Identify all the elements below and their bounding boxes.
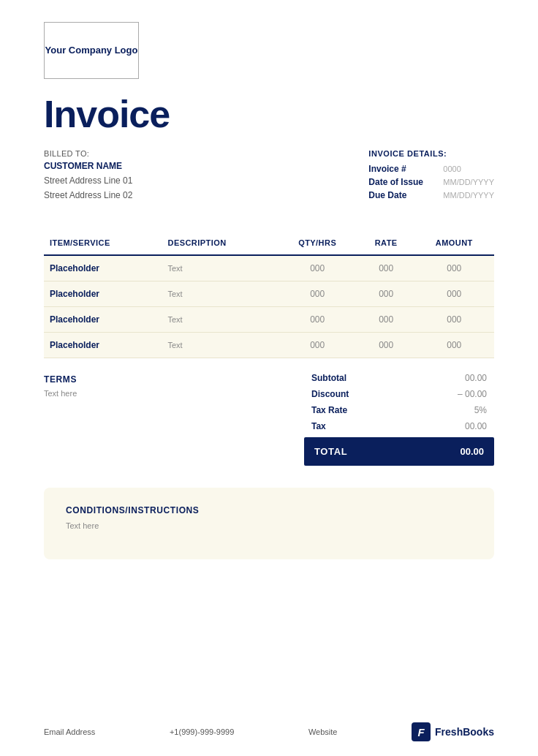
taxrate-value: 5% — [443, 405, 487, 415]
footer-website: Website — [308, 727, 338, 736]
address-line1: Street Address Line 01 — [44, 173, 132, 188]
conditions-label: CONDITIONS/INSTRUCTIONS — [66, 505, 472, 515]
invoice-number-value: 0000 — [443, 165, 461, 173]
item-amount: 000 — [414, 255, 495, 281]
tax-row: Tax 00.00 — [304, 418, 494, 434]
item-rate: 000 — [358, 307, 414, 333]
item-name: Placeholder — [44, 307, 162, 333]
items-table: ITEM/SERVICE DESCRIPTION QTY/HRS RATE AM… — [44, 233, 494, 358]
item-rate: 000 — [358, 281, 414, 307]
item-desc: Text — [162, 281, 277, 307]
discount-row: Discount – 00.00 — [304, 386, 494, 402]
invoice-page: Your Company Logo Invoice BILLED TO: CUS… — [0, 0, 538, 756]
total-final-row: TOTAL 00.00 — [304, 437, 494, 466]
subtotal-value: 00.00 — [443, 373, 487, 383]
totals-section: Subtotal 00.00 Discount – 00.00 Tax Rate… — [304, 370, 494, 466]
billed-to-section: BILLED TO: CUSTOMER NAME Street Address … — [44, 149, 132, 203]
col-amount: AMOUNT — [414, 233, 495, 255]
conditions-box: CONDITIONS/INSTRUCTIONS Text here — [44, 488, 494, 559]
due-date-value: MM/DD/YYYY — [443, 191, 494, 200]
customer-name: CUSTOMER NAME — [44, 161, 132, 171]
date-of-issue-label: Date of Issue — [368, 177, 434, 187]
item-amount: 000 — [414, 281, 495, 307]
terms-text: Text here — [44, 389, 304, 398]
table-row: Placeholder Text 000 000 000 — [44, 307, 494, 333]
table-row: Placeholder Text 000 000 000 — [44, 333, 494, 358]
freshbooks-icon: F — [412, 722, 431, 741]
table-row: Placeholder Text 000 000 000 — [44, 255, 494, 281]
subtotal-label: Subtotal — [311, 373, 346, 383]
col-item: ITEM/SERVICE — [44, 233, 162, 255]
item-amount: 000 — [414, 307, 495, 333]
due-date-label: Due Date — [368, 190, 434, 200]
terms-label: TERMS — [44, 374, 304, 385]
item-desc: Text — [162, 255, 277, 281]
subtotal-row: Subtotal 00.00 — [304, 370, 494, 386]
invoice-title: Invoice — [44, 92, 494, 136]
col-desc: DESCRIPTION — [162, 233, 277, 255]
discount-label: Discount — [311, 389, 349, 399]
taxrate-label: Tax Rate — [311, 405, 347, 415]
invoice-number-row: Invoice # 0000 — [368, 164, 494, 174]
invoice-details-label: INVOICE DETAILS: — [368, 149, 494, 158]
total-label: TOTAL — [314, 446, 347, 457]
footer: Email Address +1(999)-999-9999 Website F… — [44, 714, 494, 741]
item-desc: Text — [162, 307, 277, 333]
invoice-number-label: Invoice # — [368, 164, 434, 174]
tax-label: Tax — [311, 421, 326, 431]
item-rate: 000 — [358, 255, 414, 281]
footer-phone: +1(999)-999-9999 — [170, 727, 234, 736]
table-header-row: ITEM/SERVICE DESCRIPTION QTY/HRS RATE AM… — [44, 233, 494, 255]
invoice-details-section: INVOICE DETAILS: Invoice # 0000 Date of … — [368, 149, 494, 203]
freshbooks-brand-name: FreshBooks — [435, 726, 494, 738]
billing-details-section: BILLED TO: CUSTOMER NAME Street Address … — [44, 149, 494, 203]
date-of-issue-row: Date of Issue MM/DD/YYYY — [368, 177, 494, 187]
item-qty: 000 — [277, 255, 358, 281]
billed-to-label: BILLED TO: — [44, 149, 132, 158]
item-qty: 000 — [277, 333, 358, 358]
total-value: 00.00 — [460, 446, 484, 457]
col-rate: RATE — [358, 233, 414, 255]
discount-value: – 00.00 — [443, 389, 487, 399]
item-rate: 000 — [358, 333, 414, 358]
date-of-issue-value: MM/DD/YYYY — [443, 178, 494, 186]
due-date-row: Due Date MM/DD/YYYY — [368, 190, 494, 200]
tax-value: 00.00 — [443, 421, 487, 431]
col-qty: QTY/HRS — [277, 233, 358, 255]
taxrate-row: Tax Rate 5% — [304, 402, 494, 418]
company-logo: Your Company Logo — [44, 22, 139, 79]
conditions-text: Text here — [66, 521, 472, 530]
item-name: Placeholder — [44, 255, 162, 281]
table-row: Placeholder Text 000 000 000 — [44, 281, 494, 307]
item-name: Placeholder — [44, 281, 162, 307]
footer-email: Email Address — [44, 727, 95, 736]
item-name: Placeholder — [44, 333, 162, 358]
address-line2: Street Address Line 02 — [44, 188, 132, 203]
summary-section: TERMS Text here Subtotal 00.00 Discount … — [44, 370, 494, 466]
logo-text: Your Company Logo — [45, 45, 138, 57]
item-qty: 000 — [277, 307, 358, 333]
terms-section: TERMS Text here — [44, 370, 304, 466]
item-qty: 000 — [277, 281, 358, 307]
item-amount: 000 — [414, 333, 495, 358]
freshbooks-logo: F FreshBooks — [412, 722, 494, 741]
item-desc: Text — [162, 333, 277, 358]
